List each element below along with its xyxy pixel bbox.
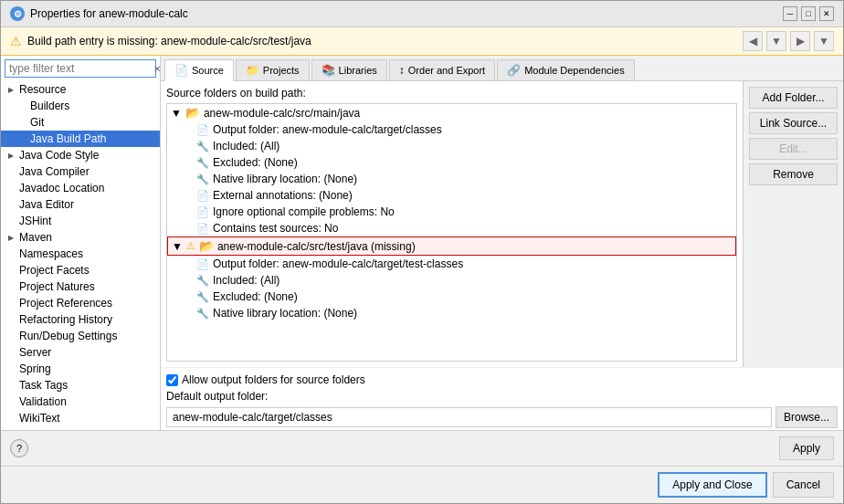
sidebar-item-label: Spring <box>19 362 51 375</box>
browse-button[interactable]: Browse... <box>775 406 838 428</box>
tree-item-included-main[interactable]: 🔧 Included: (All) <box>167 138 736 154</box>
window-controls: ─ □ ✕ <box>783 6 834 21</box>
sidebar: ✕ ▶ Resource Builders Git Java Build Pat… <box>1 56 161 430</box>
tree-item-output-main[interactable]: 📄 Output folder: anew-module-calc/target… <box>167 121 736 138</box>
sidebar-item-spring[interactable]: Spring <box>1 361 160 377</box>
close-button[interactable]: ✕ <box>819 6 834 21</box>
tree-item-label: Native library location: (None) <box>213 173 357 185</box>
right-panel: 📄 Source 📁 Projects 📚 Libraries ↕ Order … <box>161 56 843 430</box>
forward-dropdown-button[interactable]: ▼ <box>814 31 834 51</box>
sidebar-item-label: Run/Debug Settings <box>19 330 117 342</box>
sidebar-item-wikitext[interactable]: WikiText <box>1 410 160 426</box>
tree-item-src-test[interactable]: ▼ ⚠ 📂 anew-module-calc/src/test/java (mi… <box>167 236 736 256</box>
native-icon: 🔧 <box>196 173 209 185</box>
tab-module-dependencies[interactable]: 🔗 Module Dependencies <box>497 59 634 80</box>
sidebar-item-project-natures[interactable]: Project Natures <box>1 278 160 295</box>
sidebar-item-label: Java Editor <box>19 198 74 211</box>
remove-button[interactable]: Remove <box>749 163 838 185</box>
sidebar-item-label: WikiText <box>19 412 60 425</box>
output-icon: 📄 <box>196 124 209 136</box>
sidebar-item-namespaces[interactable]: Namespaces <box>1 246 160 262</box>
tab-projects-label: Projects <box>263 65 300 76</box>
sidebar-item-jshint[interactable]: JSHint <box>1 213 160 229</box>
projects-tab-icon: 📁 <box>246 64 259 77</box>
sidebar-item-java-editor[interactable]: Java Editor <box>1 196 160 213</box>
tab-order-export[interactable]: ↕ Order and Export <box>389 59 495 80</box>
sidebar-item-builders[interactable]: Builders <box>1 98 160 114</box>
tab-module-dependencies-label: Module Dependencies <box>524 65 624 76</box>
tree-item-included-test[interactable]: 🔧 Included: (All) <box>167 272 736 289</box>
tree-item-label: Contains test sources: No <box>213 222 338 235</box>
sidebar-item-task-tags[interactable]: Task Tags <box>1 377 160 394</box>
excluded-icon: 🔧 <box>196 157 209 169</box>
tree-item-native-test[interactable]: 🔧 Native library location: (None) <box>167 305 736 321</box>
sidebar-item-java-code-style[interactable]: ▶ Java Code Style <box>1 147 160 163</box>
excluded-test-icon: 🔧 <box>196 291 209 303</box>
apply-close-button[interactable]: Apply and Close <box>658 472 766 498</box>
allow-output-checkbox[interactable] <box>166 374 178 386</box>
tree-item-contains-main[interactable]: 📄 Contains test sources: No <box>167 220 736 236</box>
sidebar-item-java-compiler[interactable]: Java Compiler <box>1 163 160 180</box>
tree-item-output-test[interactable]: 📄 Output folder: anew-module-calc/target… <box>167 256 736 272</box>
tree-item-label: External annotations: (None) <box>213 189 353 202</box>
contains-icon: 📄 <box>196 223 209 235</box>
tree-item-ignore-main[interactable]: 📄 Ignore optional compile problems: No <box>167 204 736 220</box>
apply-button[interactable]: Apply <box>779 436 834 460</box>
side-buttons-panel: Add Folder... Link Source... Edit... Rem… <box>743 81 843 367</box>
sidebar-item-label: JSHint <box>19 215 51 227</box>
add-folder-button[interactable]: Add Folder... <box>749 87 838 109</box>
maximize-button[interactable]: □ <box>801 6 816 21</box>
output-path-input[interactable] <box>166 407 772 427</box>
final-buttons-bar: Apply and Close Cancel <box>1 466 843 503</box>
native-test-icon: 🔧 <box>196 308 209 320</box>
output-test-icon: 📄 <box>196 258 209 270</box>
tab-libraries[interactable]: 📚 Libraries <box>311 59 387 80</box>
forward-button[interactable]: ▶ <box>790 31 810 51</box>
sidebar-item-label: Server <box>19 346 51 359</box>
sidebar-item-java-build-path[interactable]: Java Build Path <box>1 131 160 147</box>
back-button[interactable]: ◀ <box>743 31 763 51</box>
allow-output-bar: Allow output folders for source folders <box>161 368 843 388</box>
filter-input[interactable] <box>5 60 150 77</box>
sidebar-item-label: Project Natures <box>19 280 95 293</box>
dropdown-button[interactable]: ▼ <box>766 31 786 51</box>
sidebar-item-label: Git <box>30 116 44 129</box>
filter-box: ✕ <box>5 59 156 78</box>
tree-item-native-main[interactable]: 🔧 Native library location: (None) <box>167 171 736 187</box>
filter-clear-button[interactable]: ✕ <box>150 62 161 76</box>
tree-item-excluded-test[interactable]: 🔧 Excluded: (None) <box>167 289 736 305</box>
sidebar-item-project-references[interactable]: Project References <box>1 295 160 311</box>
sidebar-item-git[interactable]: Git <box>1 114 160 131</box>
tree-item-label: anew-module-calc/src/main/java <box>204 107 360 120</box>
tab-projects[interactable]: 📁 Projects <box>236 59 310 80</box>
help-button[interactable]: ? <box>10 439 28 457</box>
sidebar-item-project-facets[interactable]: Project Facets <box>1 262 160 278</box>
sidebar-item-javadoc-location[interactable]: Javadoc Location <box>1 180 160 196</box>
sidebar-item-server[interactable]: Server <box>1 344 160 361</box>
tree-area: Source folders on build path: ▼ 📂 anew-m… <box>161 81 743 367</box>
link-source-button[interactable]: Link Source... <box>749 112 838 134</box>
sidebar-item-refactoring-history[interactable]: Refactoring History <box>1 311 160 328</box>
cancel-button[interactable]: Cancel <box>773 472 834 498</box>
tree-item-excluded-main[interactable]: 🔧 Excluded: (None) <box>167 154 736 171</box>
tree-item-src-main[interactable]: ▼ 📂 anew-module-calc/src/main/java <box>167 104 736 121</box>
sidebar-item-run-debug-settings[interactable]: Run/Debug Settings <box>1 328 160 344</box>
tree-item-label: Ignore optional compile problems: No <box>213 205 395 218</box>
sidebar-item-resource[interactable]: ▶ Resource <box>1 81 160 98</box>
source-tab-icon: 📄 <box>174 64 188 77</box>
source-folders-label: Source folders on build path: <box>166 87 737 100</box>
source-folder-warning-icon: 📂 <box>199 239 214 253</box>
tree-item-external-main[interactable]: 📄 External annotations: (None) <box>167 187 736 204</box>
warning-bar: ⚠ Build path entry is missing: anew-modu… <box>1 27 843 56</box>
sidebar-item-label: Project Facets <box>19 264 90 277</box>
sidebar-item-label: Java Compiler <box>19 165 90 178</box>
warning-icon: ⚠ <box>10 34 22 48</box>
minimize-button[interactable]: ─ <box>783 6 797 21</box>
tab-source[interactable]: 📄 Source <box>164 59 234 81</box>
sidebar-item-validation[interactable]: Validation <box>1 394 160 410</box>
sidebar-item-maven[interactable]: ▶ Maven <box>1 229 160 246</box>
source-folder-icon: 📂 <box>185 106 200 120</box>
edit-button[interactable]: Edit... <box>749 138 838 160</box>
expand-arrow: ▶ <box>8 234 16 242</box>
tree-item-label: Output folder: anew-module-calc/target/c… <box>213 123 442 136</box>
